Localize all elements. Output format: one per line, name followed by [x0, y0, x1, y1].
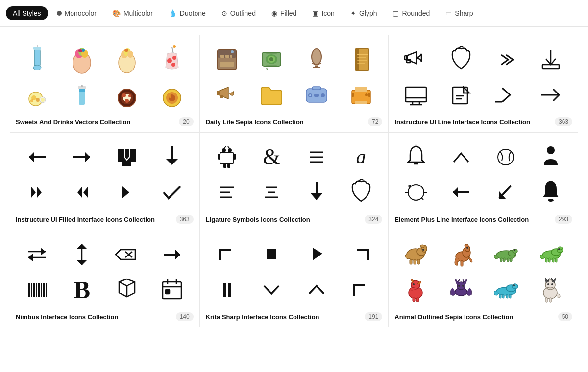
svg-marker-147 — [28, 254, 33, 261]
svg-point-45 — [169, 95, 172, 98]
svg-rect-65 — [355, 49, 359, 70]
nav-item-multicolor[interactable]: 🎨 Multicolor — [105, 6, 160, 20]
collection-name: Daily Life Sepia Icons Collection — [206, 118, 304, 126]
svg-rect-157 — [33, 283, 35, 297]
svg-rect-75 — [314, 94, 319, 97]
svg-rect-82 — [368, 93, 370, 97]
collection-count: 140 — [176, 312, 194, 321]
glyph-icon: ✦ — [350, 9, 356, 17]
icons-preview — [16, 43, 194, 112]
svg-point-19 — [173, 45, 176, 48]
svg-point-186 — [465, 244, 468, 247]
svg-point-109 — [222, 149, 225, 152]
svg-rect-115 — [224, 164, 226, 168]
icons-preview — [394, 238, 572, 306]
icon-cell: a — [340, 140, 382, 174]
svg-rect-219 — [499, 294, 501, 298]
svg-rect-210 — [416, 298, 419, 302]
svg-marker-102 — [166, 159, 178, 165]
svg-rect-222 — [509, 294, 511, 298]
svg-rect-84 — [405, 56, 407, 60]
icon-cell — [340, 238, 382, 271]
nav-item-sharp[interactable]: ▭ Sharp — [439, 6, 480, 20]
collection-footer: Krita Sharp Interface Icons Collection 1… — [206, 312, 383, 321]
collection-card: B Nimbus Interface Icons Collection 140 — [10, 230, 199, 327]
svg-point-143 — [548, 199, 554, 202]
svg-point-27 — [30, 99, 33, 102]
icons-preview: B — [16, 238, 194, 306]
svg-marker-107 — [122, 186, 129, 198]
collection-count: 50 — [558, 312, 572, 321]
svg-rect-80 — [355, 101, 368, 104]
icon-cell — [206, 238, 248, 271]
svg-rect-155 — [28, 283, 30, 297]
svg-rect-209 — [413, 298, 415, 302]
collection-name: Animal Outlined Sepia Icons Collection — [394, 313, 513, 321]
icon-cell — [150, 43, 194, 76]
icon-cell — [150, 238, 194, 271]
nav-item-all-styles[interactable]: All Styles — [6, 6, 48, 20]
icon-cell — [394, 78, 438, 112]
nav-label: Outlined — [230, 9, 256, 17]
icon-cell — [206, 176, 248, 209]
svg-rect-66 — [357, 54, 368, 55]
nav-label: Filled — [280, 9, 296, 17]
nav-item-rounded[interactable]: ▢ Rounded — [386, 6, 437, 20]
collection-name: Instructure UI Filled Interface Icons Co… — [16, 216, 155, 223]
icon-cell — [529, 78, 572, 112]
icon-cell — [295, 176, 338, 209]
collection-card: Sweets And Drinks Vectors Collection 20 — [10, 35, 199, 133]
svg-marker-104 — [37, 186, 42, 198]
nav-item-outlined[interactable]: ⊙ Outlined — [215, 6, 263, 20]
collection-card: $ — [199, 35, 389, 133]
svg-point-52 — [231, 50, 234, 53]
svg-rect-193 — [500, 258, 502, 262]
icon-cell — [206, 273, 248, 306]
svg-point-187 — [466, 247, 468, 249]
icon-cell — [485, 140, 528, 174]
svg-rect-0 — [34, 48, 40, 68]
svg-rect-81 — [352, 93, 354, 97]
svg-rect-180 — [410, 259, 412, 264]
nav-item-duotone[interactable]: 💧 Duotone — [162, 6, 213, 20]
svg-rect-49 — [225, 55, 229, 58]
collection-footer: Animal Outlined Sepia Icons Collection 5… — [394, 312, 572, 321]
nav-item-icon[interactable]: ▣ Icon — [305, 6, 341, 20]
svg-rect-194 — [503, 258, 505, 262]
svg-rect-181 — [414, 259, 416, 264]
icon-cell — [394, 273, 438, 306]
collection-count: 363 — [176, 215, 194, 224]
svg-rect-156 — [31, 283, 32, 297]
sharp-icon: ▭ — [445, 9, 452, 17]
collection-name: Sweets And Drinks Vectors Collection — [16, 118, 130, 126]
svg-point-16 — [127, 51, 133, 58]
svg-marker-100 — [85, 152, 90, 162]
multicolor-icon: 🎨 — [112, 9, 121, 17]
svg-point-226 — [551, 283, 553, 285]
nav-label: Monocolor — [65, 9, 97, 17]
main-content: Sweets And Drinks Vectors Collection 20 … — [0, 27, 588, 335]
icon-cell — [440, 176, 483, 209]
nav-item-filled[interactable]: ◉ Filled — [265, 6, 303, 20]
icon-cell — [440, 43, 483, 76]
icon-cell — [394, 43, 438, 76]
icon-cell — [295, 140, 338, 174]
svg-point-20 — [167, 58, 172, 63]
icons-preview — [206, 238, 383, 306]
nav-item-glyph[interactable]: ✦ Glyph — [343, 6, 384, 20]
nav-item-monocolor[interactable]: Monocolor — [50, 6, 103, 20]
nav-label: Sharp — [455, 9, 473, 17]
icon-cell — [61, 238, 104, 271]
icon-cell — [105, 140, 148, 174]
svg-rect-33 — [81, 85, 83, 87]
collection-footer: Element Plus Line Interface Icons Collec… — [394, 215, 572, 224]
collection-name: Element Plus Line Interface Icons Collec… — [394, 216, 529, 223]
icon-cell — [394, 176, 438, 209]
svg-rect-3 — [36, 67, 38, 70]
nav-label: All Styles — [13, 9, 41, 17]
svg-rect-113 — [218, 154, 220, 159]
svg-rect-1 — [33, 47, 41, 50]
svg-rect-159 — [38, 283, 40, 297]
nav-label: Rounded — [402, 9, 430, 17]
svg-rect-86 — [542, 65, 559, 69]
